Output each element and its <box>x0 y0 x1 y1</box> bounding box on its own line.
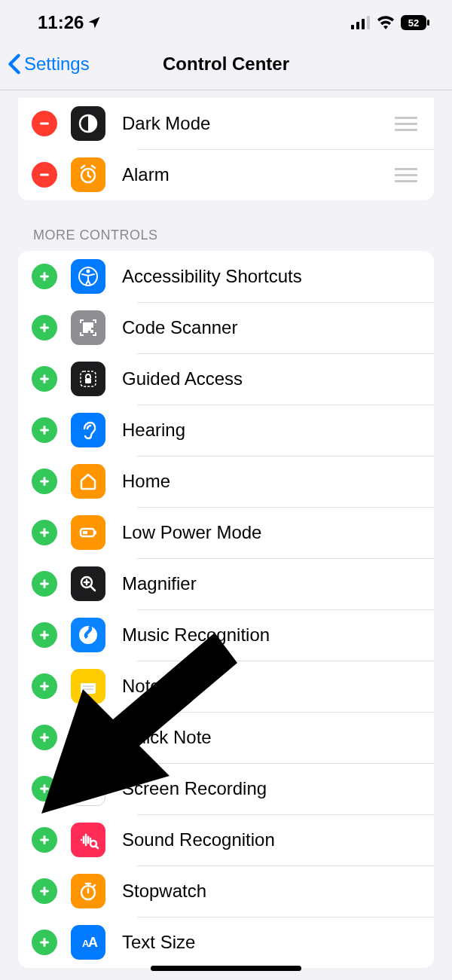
status-time: 11:26 <box>38 12 102 33</box>
back-label: Settings <box>24 53 90 75</box>
plus-icon <box>38 423 51 437</box>
row-label: Quick Note <box>122 727 434 748</box>
list-row-notes[interactable]: Notes <box>18 661 434 712</box>
list-row-sound-recognition[interactable]: Sound Recognition <box>18 814 434 866</box>
svg-rect-21 <box>91 331 93 332</box>
drag-handle[interactable] <box>404 168 434 182</box>
add-button[interactable] <box>32 776 57 801</box>
list-row-screen-recording[interactable]: Screen Recording <box>18 763 434 814</box>
row-label: Hearing <box>122 420 434 441</box>
svg-text:52: 52 <box>408 17 419 29</box>
alarm-icon <box>71 157 105 192</box>
magnifier-icon <box>71 566 105 601</box>
add-button[interactable] <box>32 315 57 340</box>
row-label: Sound Recognition <box>122 829 434 850</box>
more-controls-section: Accessibility Shortcuts Code Scanner Gui… <box>18 251 434 968</box>
stopwatch-icon <box>71 874 105 908</box>
status-right: 52 <box>351 15 429 30</box>
row-label: Accessibility Shortcuts <box>122 266 434 287</box>
plus-icon <box>38 936 51 949</box>
chevron-left-icon <box>8 53 21 75</box>
dark-mode-icon <box>71 106 105 141</box>
svg-rect-31 <box>44 528 46 537</box>
home-indicator[interactable] <box>151 966 301 971</box>
row-label: Music Recognition <box>122 624 434 646</box>
plus-icon <box>38 679 51 693</box>
included-controls-section: Dark Mode Alarm <box>18 98 434 200</box>
row-label: Screen Recording <box>122 778 434 799</box>
shazam-icon <box>71 618 105 652</box>
remove-button[interactable] <box>32 162 57 188</box>
minus-icon <box>38 168 51 182</box>
plus-icon <box>38 782 51 795</box>
svg-rect-7 <box>40 123 49 125</box>
add-button[interactable] <box>32 571 57 597</box>
add-button[interactable] <box>32 725 57 750</box>
add-button[interactable] <box>32 930 57 955</box>
svg-rect-33 <box>95 531 96 535</box>
row-label: Notes <box>122 676 434 697</box>
svg-rect-63 <box>44 938 46 947</box>
svg-rect-53 <box>44 784 46 793</box>
list-row-alarm[interactable]: Alarm <box>18 149 434 200</box>
remove-button[interactable] <box>32 111 57 136</box>
add-button[interactable] <box>32 878 57 904</box>
svg-point-14 <box>87 270 90 273</box>
list-row-magnifier[interactable]: Magnifier <box>18 558 434 609</box>
status-bar: 11:26 52 <box>0 0 452 45</box>
sound-icon <box>71 823 105 857</box>
plus-icon <box>38 731 51 744</box>
list-row-home[interactable]: Home <box>18 456 434 507</box>
svg-rect-60 <box>44 887 46 896</box>
add-button[interactable] <box>32 417 57 443</box>
svg-rect-5 <box>427 20 429 26</box>
list-row-code-scanner[interactable]: Code Scanner <box>18 302 434 353</box>
svg-rect-42 <box>44 682 46 691</box>
plus-icon <box>38 833 51 847</box>
svg-rect-0 <box>351 25 354 29</box>
add-button[interactable] <box>32 827 57 853</box>
list-row-guided-access[interactable]: Guided Access <box>18 353 434 405</box>
plus-icon <box>38 270 51 283</box>
more-controls-header: More Controls <box>33 227 452 243</box>
add-button[interactable] <box>32 622 57 648</box>
list-row-low-power[interactable]: Low Power Mode <box>18 507 434 558</box>
svg-rect-36 <box>44 579 46 588</box>
lock-icon <box>71 362 105 396</box>
add-button[interactable] <box>32 264 57 289</box>
svg-rect-39 <box>44 630 46 640</box>
add-button[interactable] <box>32 673 57 699</box>
list-row-stopwatch[interactable]: Stopwatch <box>18 866 434 917</box>
svg-point-55 <box>84 784 93 793</box>
clock-text: 11:26 <box>38 12 84 33</box>
svg-rect-3 <box>367 16 370 29</box>
back-button[interactable]: Settings <box>8 53 90 75</box>
add-button[interactable] <box>32 520 57 545</box>
plus-icon <box>38 628 51 642</box>
battery-icon <box>71 515 105 550</box>
list-row-dark-mode[interactable]: Dark Mode <box>18 98 434 149</box>
svg-point-40 <box>79 626 97 644</box>
svg-rect-19 <box>84 328 87 332</box>
add-button[interactable] <box>32 469 57 494</box>
location-icon <box>87 15 102 30</box>
row-label: Text Size <box>122 932 434 953</box>
svg-rect-17 <box>84 323 87 327</box>
row-label: Code Scanner <box>122 317 434 338</box>
textsize-icon: AA <box>71 925 105 960</box>
ear-icon <box>71 413 105 447</box>
svg-rect-48 <box>44 733 46 742</box>
list-row-hearing[interactable]: Hearing <box>18 405 434 456</box>
row-label: Guided Access <box>122 368 434 389</box>
cellular-icon <box>351 16 371 29</box>
list-row-text-size[interactable]: AA Text Size <box>18 917 434 968</box>
list-row-music-recognition[interactable]: Music Recognition <box>18 609 434 661</box>
svg-rect-1 <box>356 22 359 29</box>
list-row-accessibility[interactable]: Accessibility Shortcuts <box>18 251 434 302</box>
add-button[interactable] <box>32 366 57 392</box>
plus-icon <box>38 884 51 898</box>
list-row-quick-note[interactable]: Quick Note <box>18 712 434 763</box>
row-label: Magnifier <box>122 573 434 594</box>
plus-icon <box>38 372 51 386</box>
drag-handle[interactable] <box>404 117 434 131</box>
